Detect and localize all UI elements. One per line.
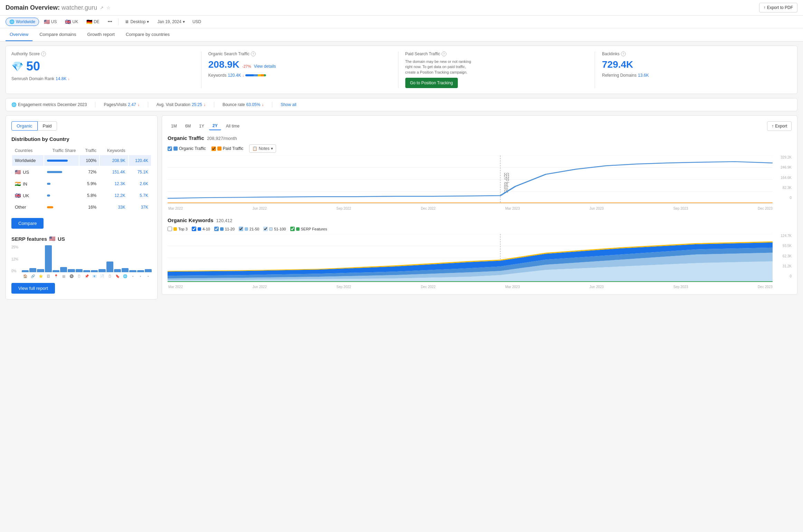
organic-traffic-legend[interactable]: Organic Traffic [168,146,206,151]
paid-checkbox[interactable] [211,146,216,151]
serp-y-axis: 25% 12% 0% [11,245,18,273]
device-selector[interactable]: 🖥 Desktop ▾ [121,18,152,26]
paid-search-label-text: Paid Search Traffic [405,51,440,56]
export-label: Export to PDF [767,5,793,10]
country-name: Worldwide [15,158,41,163]
x-jun23: Jun 2023 [589,207,604,210]
table-row[interactable]: 🇺🇸US 72% 151.4K 75.1K [12,167,151,178]
worldwide-button[interactable]: 🌐 Worldwide [6,18,39,26]
export-pdf-button[interactable]: ↑ Export to PDF [759,3,797,12]
organic-checkbox[interactable] [168,146,172,151]
ky-62: 62.3K [774,254,792,258]
organic-y-labels: 329.2K 246.9K 164.6K 82.3K 0 [773,155,792,205]
star-icon[interactable]: ☆ [106,5,111,10]
table-row[interactable]: 🇮🇳IN 5.9% 12.3K 2.6K [12,178,151,189]
uk-location[interactable]: 🇬🇧 UK [62,18,82,26]
kx-sep23: Sep 2023 [673,285,688,289]
notes-button[interactable]: 📋 Notes ▾ [249,144,276,153]
x-sep22: Sep 2022 [337,207,351,210]
traffic-bar [47,160,76,162]
authority-info-icon[interactable]: ? [41,51,46,56]
chart-export-button[interactable]: ↑ Export [767,121,792,131]
keyword-val: 75.1K [138,170,148,174]
time-btn-1y[interactable]: 1Y [196,122,208,130]
more-locations[interactable]: ••• [104,18,116,26]
traffic-bar [47,194,76,197]
keyword-val: 37K [141,205,148,210]
country-name: 🇺🇸US [15,169,41,175]
traffic-val: 208.9K [112,158,125,163]
organic-change: -27% [242,64,251,68]
serp-checkbox[interactable] [290,227,295,231]
notes-icon: 📋 [252,146,257,151]
y-165: 164.6K [774,176,792,180]
paid-tab[interactable]: Paid [38,121,57,131]
us-location[interactable]: 🇺🇸 US [40,18,60,26]
organic-legend-label: Organic Traffic [179,146,206,151]
tab-compare-domains[interactable]: Compare domains [35,28,80,41]
4-10-legend[interactable]: 4-10 [192,227,210,231]
51-100-legend[interactable]: 51-100 [263,227,286,231]
tab-growth-report[interactable]: Growth report [83,28,119,41]
organic-tab[interactable]: Organic [11,121,38,131]
backlinks-info-icon[interactable]: ? [621,51,626,56]
organic-info-icon[interactable]: ? [251,51,256,56]
location-bar: 🌐 Worldwide 🇺🇸 US 🇬🇧 UK 🇩🇪 DE ••• 🖥 Desk… [0,16,803,28]
11-20-legend[interactable]: 11-20 [214,227,235,231]
serp-chart-wrap: 25% 12% 0% 🏠🔗⭐🖼📍▦🔘🗒📌📧📄🗒🔖🌐▪▪▪ [11,245,152,278]
serp-bar-item [37,269,44,272]
paid-traffic-legend[interactable]: Paid Traffic [211,146,244,151]
backlinks-label: Backlinks ? [602,51,785,56]
time-btn-1m[interactable]: 1M [168,122,180,130]
organic-chart-flex: SERP features 329.2K 246.9K 1 [168,155,792,205]
serp-y-25: 25% [11,245,18,249]
compare-button[interactable]: Compare [11,218,44,229]
domain-name: watcher.guru [62,4,97,11]
time-btn-2y[interactable]: 2Y [209,122,221,130]
21-50-checkbox[interactable] [239,227,243,231]
serp-bar-item [137,270,144,272]
21-50-legend[interactable]: 21-50 [239,227,259,231]
serp-bar-item [45,245,52,272]
country-name: 🇬🇧UK [15,193,41,198]
table-row[interactable]: Worldwide 100% 208.9K 120.4K [12,155,151,166]
date-label: Jan 19, 2024 [157,19,181,24]
organic-traffic-title-row: Organic Traffic 208,927/month [168,135,792,141]
referring-value: 13.6K [638,73,649,78]
time-btn-6m[interactable]: 6M [182,122,195,130]
traffic-legend: Organic Traffic Paid Traffic 📋 Notes ▾ [168,144,792,153]
top3-checkbox[interactable] [168,227,172,231]
51-100-checkbox[interactable] [263,227,268,231]
4-10-checkbox[interactable] [192,227,196,231]
paid-info-icon[interactable]: ? [442,51,446,56]
show-all-link[interactable]: Show all [281,102,296,107]
country-name: 🇮🇳IN [15,181,41,187]
engagement-date: December 2023 [57,102,87,107]
go-to-position-button[interactable]: Go to Position Tracking [405,78,458,88]
time-btn-all-time[interactable]: All time [223,122,243,130]
serp-title-text: SERP features [11,236,47,242]
svg-marker-19 [168,281,773,282]
21-50-dot [245,227,248,231]
view-details-link[interactable]: View details [254,64,276,69]
serp-label-item: 🔖 [114,274,121,278]
de-location[interactable]: 🇩🇪 DE [83,18,103,26]
serp-features-legend[interactable]: SERP Features [290,227,327,231]
rank-down-arrow: ↓ [68,77,69,81]
table-row[interactable]: Other 16% 33K 37K [12,202,151,212]
time-controls: 1M6M1Y2YAll time ↑ Export [168,121,792,131]
view-full-report-button[interactable]: View full report [11,283,55,294]
title-area: Domain Overview: watcher.guru ↗ ☆ [6,4,111,11]
tab-compare-countries[interactable]: Compare by countries [122,28,174,41]
date-selector[interactable]: Jan 19, 2024 ▾ [154,18,188,26]
tab-overview[interactable]: Overview [6,28,32,41]
traffic-val: 151.4K [112,170,125,174]
traffic-bar [47,171,76,173]
external-link-icon[interactable]: ↗ [100,5,104,10]
keywords-legend: Top 3 4-10 11-20 [168,227,792,231]
table-row[interactable]: 🇬🇧UK 5.8% 12.2K 5.7K [12,190,151,201]
page-title: Domain Overview: watcher.guru [6,4,97,11]
serp-bar-item [145,269,152,272]
top3-legend[interactable]: Top 3 [168,227,188,231]
11-20-checkbox[interactable] [214,227,219,231]
